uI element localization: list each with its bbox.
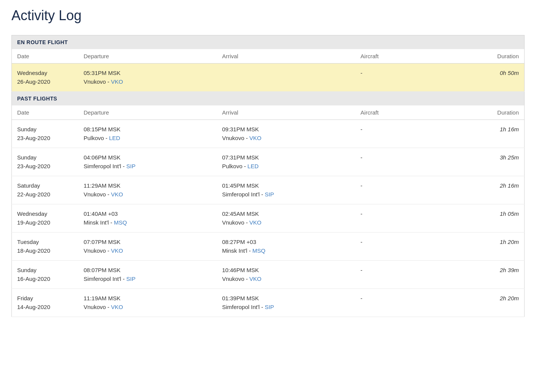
- dep-airport: Vnukovo -: [83, 78, 111, 85]
- dep-airport: Vnukovo -: [83, 304, 111, 310]
- dep-code-link[interactable]: SIP: [126, 163, 136, 169]
- dep-code-link[interactable]: VKO: [111, 191, 123, 198]
- departure-cell: 08:15PM MSKPulkovo - LED: [78, 120, 216, 148]
- dep-airport: Vnukovo -: [83, 191, 111, 198]
- dep-code-link[interactable]: VKO: [111, 78, 123, 85]
- date-cell: Sunday16-Aug-2020: [12, 261, 78, 289]
- dep-time: 11:29AM MSK: [83, 182, 120, 189]
- arr-time: 07:31PM MSK: [222, 154, 259, 161]
- date-line2: 22-Aug-2020: [17, 191, 50, 198]
- arr-time: 10:46PM MSK: [222, 267, 259, 273]
- dep-code-link[interactable]: VKO: [111, 304, 123, 310]
- aircraft-cell: -: [355, 64, 447, 92]
- dep-airport: Minsk Int'l -: [83, 219, 114, 226]
- arr-airport: Vnukovo -: [222, 135, 250, 141]
- dep-code-link[interactable]: VKO: [111, 247, 123, 254]
- arr-airport: Pulkovo -: [222, 163, 248, 169]
- col-header-aircraft-2: Aircraft: [355, 105, 447, 120]
- page-title: Activity Log: [11, 8, 525, 27]
- col-header-arrival-1: Arrival: [217, 49, 355, 64]
- dep-time: 11:19AM MSK: [83, 295, 120, 301]
- arr-code-link[interactable]: SIP: [265, 304, 274, 310]
- arr-code-link[interactable]: VKO: [250, 276, 262, 282]
- departure-cell: 11:19AM MSKVnukovo - VKO: [78, 289, 216, 317]
- duration-cell: 0h 50m: [448, 64, 525, 92]
- duration-cell: 1h 16m: [448, 120, 525, 148]
- departure-cell: 05:31PM MSK Vnukovo - VKO: [78, 64, 216, 92]
- duration-cell: 2h 16m: [448, 176, 525, 204]
- aircraft-cell: -: [355, 120, 447, 148]
- dep-airport: Vnukovo -: [83, 247, 111, 254]
- past-flight-row-5: Sunday16-Aug-202008:07PM MSKSimferopol I…: [12, 261, 525, 289]
- arrival-cell: 01:45PM MSKSimferopol Int'l - SIP: [217, 176, 355, 204]
- date-cell: Sunday23-Aug-2020: [12, 148, 78, 176]
- section-header-past-flights: PAST FLIGHTS: [12, 92, 525, 106]
- col-header-date-1: Date: [12, 49, 78, 64]
- arrival-cell: 02:45AM MSKVnukovo - VKO: [217, 204, 355, 233]
- dep-airport: Pulkovo -: [83, 135, 109, 141]
- dep-time: 08:15PM MSK: [83, 126, 120, 132]
- arr-code-link[interactable]: VKO: [250, 219, 262, 226]
- section-header-en-route: EN ROUTE FLIGHT: [12, 35, 525, 49]
- date-cell: Sunday23-Aug-2020: [12, 120, 78, 148]
- past-flight-row-1: Sunday23-Aug-202004:06PM MSKSimferopol I…: [12, 148, 525, 176]
- arr-code-link[interactable]: VKO: [250, 135, 262, 141]
- departure-cell: 07:07PM MSKVnukovo - VKO: [78, 233, 216, 261]
- aircraft-cell: -: [355, 289, 447, 317]
- arr-code-link[interactable]: LED: [248, 163, 259, 169]
- past-flight-row-6: Friday14-Aug-202011:19AM MSKVnukovo - VK…: [12, 289, 525, 317]
- arr-time: 02:45AM MSK: [222, 210, 259, 217]
- col-header-arrival-2: Arrival: [217, 105, 355, 120]
- date-line2: 14-Aug-2020: [17, 304, 50, 310]
- aircraft-cell: -: [355, 261, 447, 289]
- arr-time: 01:39PM MSK: [222, 295, 259, 301]
- col-header-duration-1: Duration: [448, 49, 525, 64]
- col-header-duration-2: Duration: [448, 105, 525, 120]
- date-cell: Wednesday19-Aug-2020: [12, 204, 78, 233]
- activity-table: EN ROUTE FLIGHT Date Departure Arrival A…: [11, 35, 525, 317]
- dep-time: 08:07PM MSK: [83, 267, 120, 273]
- dep-code-link[interactable]: MSQ: [114, 219, 127, 226]
- aircraft-cell: -: [355, 204, 447, 233]
- date-cell: Saturday22-Aug-2020: [12, 176, 78, 204]
- arr-code-link[interactable]: MSQ: [252, 247, 265, 254]
- en-route-row-0: Wednesday 26-Aug-2020 05:31PM MSK Vnukov…: [12, 64, 525, 92]
- past-flight-row-2: Saturday22-Aug-202011:29AM MSKVnukovo - …: [12, 176, 525, 204]
- date-cell: Wednesday 26-Aug-2020: [12, 64, 78, 92]
- arr-airport: Minsk Int'l -: [222, 247, 253, 254]
- past-flight-row-0: Sunday23-Aug-202008:15PM MSKPulkovo - LE…: [12, 120, 525, 148]
- departure-cell: 11:29AM MSKVnukovo - VKO: [78, 176, 216, 204]
- arr-airport: Vnukovo -: [222, 276, 250, 282]
- dep-code-link[interactable]: SIP: [126, 276, 136, 282]
- date-line2: 18-Aug-2020: [17, 247, 50, 254]
- dep-time: 07:07PM MSK: [83, 239, 120, 245]
- aircraft-cell: -: [355, 148, 447, 176]
- dep-time: 01:40AM +03: [83, 210, 118, 217]
- arr-airport: Vnukovo -: [222, 219, 250, 226]
- date-line1: Wednesday: [17, 210, 47, 217]
- date-line1: Sunday: [17, 267, 37, 273]
- duration-cell: 1h 05m: [448, 204, 525, 233]
- arrival-cell: [217, 64, 355, 92]
- col-header-departure-1: Departure: [78, 49, 216, 64]
- arr-code-link[interactable]: SIP: [265, 191, 274, 198]
- col-header-past-flights: Date Departure Arrival Aircraft Duration: [12, 105, 525, 120]
- date-line2: 23-Aug-2020: [17, 135, 50, 141]
- past-flight-row-3: Wednesday19-Aug-202001:40AM +03Minsk Int…: [12, 204, 525, 233]
- date-line2: 23-Aug-2020: [17, 163, 50, 169]
- date-line1: Sunday: [17, 154, 37, 161]
- date-cell: Tuesday18-Aug-2020: [12, 233, 78, 261]
- dep-time: 04:06PM MSK: [83, 154, 120, 161]
- date-line1: Saturday: [17, 182, 40, 189]
- date-line2: 26-Aug-2020: [17, 78, 50, 85]
- departure-cell: 08:07PM MSKSimferopol Int'l - SIP: [78, 261, 216, 289]
- date-cell: Friday14-Aug-2020: [12, 289, 78, 317]
- date-line2: 16-Aug-2020: [17, 276, 50, 282]
- date-line2: 19-Aug-2020: [17, 219, 50, 226]
- dep-code-link[interactable]: LED: [109, 135, 120, 141]
- col-header-aircraft-1: Aircraft: [355, 49, 447, 64]
- date-line1: Wednesday: [17, 70, 47, 76]
- section-header-past-flights-label: PAST FLIGHTS: [12, 92, 525, 106]
- col-header-date-2: Date: [12, 105, 78, 120]
- arrival-cell: 10:46PM MSKVnukovo - VKO: [217, 261, 355, 289]
